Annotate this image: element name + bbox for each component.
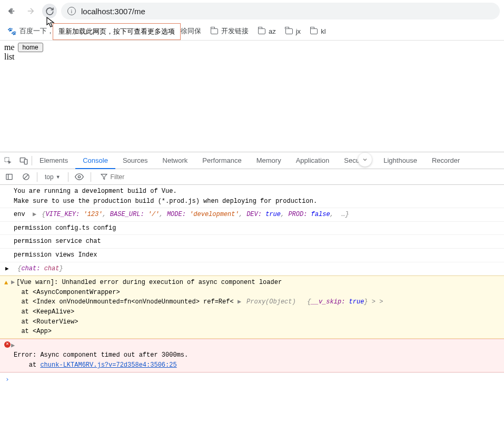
console-body: You are running a development build of V…: [0, 185, 504, 385]
separator: [91, 172, 91, 182]
page-text-list: list: [4, 52, 500, 62]
tab-performance[interactable]: Performance: [195, 152, 249, 169]
devtools-toggle-handle[interactable]: [358, 153, 372, 166]
separator: [37, 172, 37, 182]
svg-marker-9: [101, 174, 107, 180]
folder-icon: [211, 28, 218, 34]
bookmark-label: jx: [296, 27, 301, 35]
devtools: Elements Console Sources Network Perform…: [0, 152, 504, 385]
devtools-tabs: Elements Console Sources Network Perform…: [0, 152, 504, 169]
tab-application[interactable]: Application: [289, 152, 337, 169]
device-toolbar-button[interactable]: [16, 152, 32, 169]
tab-network[interactable]: Network: [155, 152, 195, 169]
live-expression-button[interactable]: [74, 171, 85, 183]
folder-icon: [258, 28, 265, 34]
console-error: ✕▶ Error: Async component timed out afte…: [0, 339, 504, 372]
bookmark-devlinks[interactable]: 开发链接: [211, 26, 249, 36]
expand-arrow-icon[interactable]: ▶: [33, 210, 38, 220]
device-icon: [19, 156, 28, 165]
page-content: me home list: [0, 40, 504, 152]
reload-button[interactable]: [42, 4, 57, 18]
folder-icon: [285, 28, 293, 34]
error-source-link[interactable]: chunk-LKTAM6RV.js?v=72d358e4:3506:25: [40, 361, 176, 369]
toggle-sidebar-button[interactable]: [3, 171, 15, 183]
expand-arrow-icon[interactable]: ▶: [5, 264, 9, 273]
tab-sources[interactable]: Sources: [115, 152, 155, 169]
reload-icon: [45, 7, 54, 16]
browser-toolbar: i localhost:3007/me: [0, 0, 504, 22]
bookmark-label: kl: [321, 27, 325, 35]
page-text-me: me: [4, 43, 15, 52]
url-text: localhost:3007/me: [81, 7, 145, 16]
eye-icon: [75, 172, 84, 181]
inspect-element-button[interactable]: [0, 152, 16, 169]
tab-console[interactable]: Console: [75, 152, 115, 169]
svg-rect-4: [6, 174, 12, 180]
svg-line-7: [24, 175, 28, 179]
context-selector[interactable]: top ▼: [43, 173, 63, 181]
warning-icon: ▲: [4, 278, 8, 288]
console-message: ▶ {chat: chat}: [0, 262, 504, 276]
context-label: top: [45, 173, 54, 181]
bookmark-label: 开发链接: [221, 26, 249, 36]
console-message: permission config.ts config: [0, 222, 504, 235]
console-toolbar: top ▼: [0, 169, 504, 185]
filter-input[interactable]: [111, 173, 163, 181]
clear-icon: [22, 173, 30, 181]
bookmark-label: az: [269, 27, 276, 35]
address-bar[interactable]: i localhost:3007/me: [61, 3, 500, 19]
error-icon: ✕: [4, 341, 11, 348]
svg-rect-3: [24, 159, 27, 164]
tab-recorder[interactable]: Recorder: [424, 152, 467, 169]
inspect-icon: [4, 156, 12, 165]
forward-button[interactable]: [23, 4, 38, 18]
bookmark-xutongbao[interactable]: 徐同保: [181, 26, 201, 36]
console-message: permission service chat: [0, 235, 504, 249]
site-info-icon[interactable]: i: [67, 7, 76, 15]
tab-elements[interactable]: Elements: [32, 152, 75, 169]
console-prompt[interactable]: ›: [0, 372, 504, 385]
console-message: You are running a development build of V…: [0, 185, 504, 208]
folder-icon: [310, 28, 318, 34]
back-button[interactable]: [4, 4, 19, 18]
svg-point-8: [78, 175, 80, 178]
separator: [68, 172, 68, 182]
chevron-down-icon: [362, 156, 368, 163]
filter-icon: [101, 173, 107, 180]
bookmark-jx[interactable]: jx: [285, 27, 301, 35]
chevron-down-icon: ▼: [56, 174, 61, 180]
console-message: env ▶ {VITE_KEY: '123', BASE_URL: '/', M…: [0, 208, 504, 222]
reload-tooltip: 重新加载此网页，按下可查看更多选项: [53, 23, 181, 40]
filter-box[interactable]: [96, 173, 170, 181]
expand-arrow-icon[interactable]: ▶: [238, 297, 243, 307]
console-warning: ▲▶[Vue warn]: Unhandled error during exe…: [0, 276, 504, 339]
home-button[interactable]: home: [18, 43, 43, 52]
bookmark-az[interactable]: az: [258, 27, 276, 35]
tab-memory[interactable]: Memory: [249, 152, 289, 169]
clear-console-button[interactable]: [20, 171, 32, 183]
arrow-left-icon: [7, 6, 16, 16]
expand-arrow-icon[interactable]: ▶: [11, 278, 16, 288]
sidebar-icon: [5, 173, 13, 181]
paw-icon: 🐾: [7, 27, 16, 35]
chevron-right-icon: ›: [5, 375, 9, 383]
arrow-right-icon: [26, 6, 35, 16]
bookmark-label: 徐同保: [181, 26, 201, 36]
console-message: permission views Index: [0, 249, 504, 262]
tab-lighthouse[interactable]: Lighthouse: [376, 152, 424, 169]
expand-arrow-icon[interactable]: ▶: [11, 341, 16, 351]
bookmark-kl[interactable]: kl: [310, 27, 325, 35]
